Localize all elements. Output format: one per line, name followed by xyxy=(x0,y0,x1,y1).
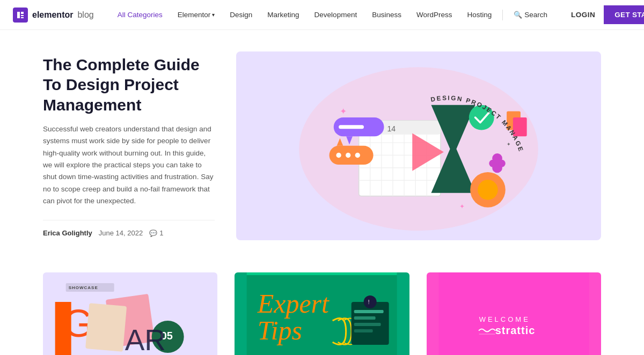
svg-text:Tips: Tips xyxy=(258,315,302,345)
svg-text:AR: AR xyxy=(125,323,166,355)
svg-text:SHOWCASE: SHOWCASE xyxy=(69,285,98,290)
article-card-2[interactable]: WELCOME strattic Elementor Acquires Stra… xyxy=(427,272,601,355)
svg-rect-49 xyxy=(55,302,71,355)
nav-elementor-chevron: ▾ xyxy=(212,12,215,18)
svg-rect-48 xyxy=(85,303,127,352)
svg-rect-1 xyxy=(21,12,24,14)
hero-title: The Complete Guide To Design Project Man… xyxy=(43,55,215,115)
nav-wordpress[interactable]: WordPress xyxy=(410,8,459,22)
svg-point-59 xyxy=(364,295,377,308)
nav-elementor[interactable]: Elementor ▾ xyxy=(171,8,222,22)
hero-meta: Erica Golightly June 14, 2022 💬 1 xyxy=(43,220,215,237)
nav-business[interactable]: Business xyxy=(365,8,408,22)
hero-illustration: 14 xyxy=(236,51,601,240)
hero-comment: 💬 1 xyxy=(149,229,163,237)
comment-icon: 💬 xyxy=(149,230,157,237)
logo-wordmark: elementor xyxy=(32,10,73,20)
svg-text:14: 14 xyxy=(387,124,396,133)
article-card-0[interactable]: SHOWCASE GA 05 AR Elementor Websites o xyxy=(43,272,217,355)
nav-development[interactable]: Development xyxy=(308,8,364,22)
svg-text:WELCOME: WELCOME xyxy=(479,315,530,323)
logo[interactable]: elementor blog xyxy=(13,8,94,23)
svg-rect-58 xyxy=(354,329,373,332)
svg-rect-0 xyxy=(17,12,20,18)
nav-all-categories[interactable]: All Categories xyxy=(111,8,169,22)
hero-image[interactable]: 14 xyxy=(236,51,601,240)
svg-text:!: ! xyxy=(368,299,370,305)
search-icon: 🔍 xyxy=(514,11,522,19)
svg-text:✦: ✦ xyxy=(507,142,511,147)
nav-design[interactable]: Design xyxy=(223,8,259,22)
svg-text:✦: ✦ xyxy=(459,203,465,210)
hero-author: Erica Golightly xyxy=(43,229,92,237)
svg-rect-28 xyxy=(339,125,364,129)
logo-blog-label: blog xyxy=(77,10,93,20)
svg-text:Expert: Expert xyxy=(257,289,330,319)
svg-rect-62 xyxy=(438,272,589,355)
svg-point-31 xyxy=(336,153,341,158)
get-started-button[interactable]: GET STARTED xyxy=(604,5,644,24)
svg-rect-55 xyxy=(354,310,384,313)
nav-divider xyxy=(502,10,503,20)
svg-rect-57 xyxy=(354,323,381,326)
svg-point-25 xyxy=(492,153,502,164)
svg-point-32 xyxy=(346,153,350,158)
nav-hosting[interactable]: Hosting xyxy=(460,8,498,22)
comment-count: 1 xyxy=(159,229,163,237)
svg-text:✦: ✦ xyxy=(340,106,347,116)
elementor-logo-icon xyxy=(13,8,28,23)
svg-rect-56 xyxy=(354,316,376,320)
header-right: LOGIN GET STARTED xyxy=(571,5,644,24)
svg-point-33 xyxy=(355,153,360,158)
article-thumb-1: Expert Tips ! xyxy=(235,272,409,355)
svg-rect-2 xyxy=(21,15,24,16)
hero-section: The Complete Guide To Design Project Man… xyxy=(0,30,644,262)
svg-rect-29 xyxy=(330,146,374,165)
articles-section: SHOWCASE GA 05 AR Elementor Websites o xyxy=(0,262,644,355)
svg-rect-61 xyxy=(247,272,397,275)
site-header: elementor blog All Categories Elementor … xyxy=(0,0,644,30)
svg-point-21 xyxy=(478,180,498,200)
articles-grid: SHOWCASE GA 05 AR Elementor Websites o xyxy=(43,272,601,355)
hero-text-area: The Complete Guide To Design Project Man… xyxy=(43,51,215,240)
nav-marketing[interactable]: Marketing xyxy=(261,8,305,22)
article-thumb-2: WELCOME strattic xyxy=(427,272,601,355)
article-card-1[interactable]: Expert Tips ! xyxy=(235,272,409,355)
hero-description: Successful web creators understand that … xyxy=(43,123,215,207)
svg-rect-3 xyxy=(21,17,24,18)
login-button[interactable]: LOGIN xyxy=(571,11,595,19)
svg-text:strattic: strattic xyxy=(495,324,535,336)
hero-date: June 14, 2022 xyxy=(99,229,143,237)
search-button[interactable]: 🔍 Search xyxy=(507,8,554,22)
main-nav: All Categories Elementor ▾ Design Market… xyxy=(111,8,554,22)
article-thumb-0: SHOWCASE GA 05 AR xyxy=(43,272,217,355)
